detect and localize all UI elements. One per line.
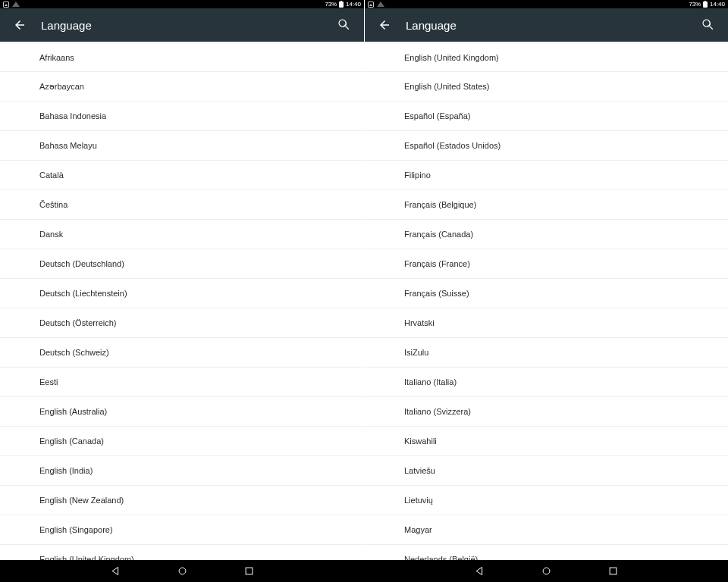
nav-home-button[interactable] xyxy=(175,565,189,578)
app-bar: Language xyxy=(0,8,364,42)
page-title: Language xyxy=(406,19,457,32)
language-item[interactable]: Afrikaans xyxy=(0,42,364,72)
language-item[interactable]: Deutsch (Schweiz) xyxy=(0,338,364,368)
circle-home-icon xyxy=(541,565,552,577)
language-label: Eesti xyxy=(39,377,58,386)
language-item[interactable]: English (India) xyxy=(0,456,364,486)
language-label: English (New Zealand) xyxy=(39,496,124,505)
language-label: Català xyxy=(39,171,64,180)
language-item[interactable]: Català xyxy=(0,161,364,190)
status-clock: 14:40 xyxy=(346,1,361,8)
language-label: Dansk xyxy=(39,230,63,239)
language-item[interactable]: Français (Canada) xyxy=(365,220,728,249)
wifi-icon xyxy=(12,2,20,7)
language-item[interactable]: English (Australia) xyxy=(0,397,364,427)
language-label: Lietuvių xyxy=(404,496,433,505)
screenshot-icon xyxy=(368,2,374,8)
navigation-bar xyxy=(0,560,728,582)
language-label: Nederlands (België) xyxy=(404,555,478,560)
language-label: Español (España) xyxy=(404,111,470,120)
status-clock: 14:40 xyxy=(710,1,725,8)
language-label: Français (Belgique) xyxy=(404,200,476,209)
arrow-back-icon xyxy=(378,18,391,32)
language-label: Azərbaycan xyxy=(39,82,84,92)
language-label: Deutsch (Schweiz) xyxy=(39,348,109,357)
nav-recent-button[interactable] xyxy=(606,565,620,578)
nav-back-button[interactable] xyxy=(108,565,122,578)
language-item[interactable]: Italiano (Italia) xyxy=(365,368,728,397)
language-item[interactable]: Italiano (Svizzera) xyxy=(365,397,728,427)
language-label: Magyar xyxy=(404,525,432,534)
triangle-back-icon xyxy=(474,565,485,577)
pane-left: 73% 14:40 Language AfrikaansAzərbaycanBa… xyxy=(0,0,364,560)
language-item[interactable]: Deutsch (Liechtenstein) xyxy=(0,279,364,308)
language-label: Bahasa Melayu xyxy=(39,141,97,150)
status-bar: 73% 14:40 xyxy=(365,0,728,8)
circle-home-icon xyxy=(177,565,188,577)
language-label: English (Canada) xyxy=(39,436,104,446)
battery-percent: 73% xyxy=(689,1,701,8)
language-item[interactable]: Kiswahili xyxy=(365,427,728,456)
language-label: Français (France) xyxy=(404,259,470,268)
back-button[interactable] xyxy=(11,16,29,34)
language-item[interactable]: Français (France) xyxy=(365,249,728,279)
search-button[interactable] xyxy=(335,16,353,34)
language-item[interactable]: English (United Kingdom) xyxy=(365,42,728,72)
language-item[interactable]: English (United Kingdom) xyxy=(0,545,364,560)
language-list[interactable]: AfrikaansAzərbaycanBahasa IndonesiaBahas… xyxy=(0,42,364,560)
language-item[interactable]: Français (Suisse) xyxy=(365,279,728,308)
app-bar: Language xyxy=(365,8,728,42)
battery-percent: 73% xyxy=(325,1,337,8)
language-item[interactable]: Eesti xyxy=(0,368,364,397)
language-label: Afrikaans xyxy=(39,53,74,62)
language-item[interactable]: Deutsch (Österreich) xyxy=(0,308,364,338)
language-item[interactable]: English (New Zealand) xyxy=(0,486,364,515)
status-bar: 73% 14:40 xyxy=(0,0,364,8)
svg-point-0 xyxy=(179,568,186,574)
language-label: Italiano (Svizzera) xyxy=(404,407,471,416)
language-item[interactable]: Magyar xyxy=(365,515,728,545)
language-item[interactable]: Filipino xyxy=(365,161,728,190)
language-item[interactable]: Hrvatski xyxy=(365,308,728,338)
search-icon xyxy=(337,18,351,32)
language-item[interactable]: Azərbaycan xyxy=(0,72,364,102)
language-label: Français (Canada) xyxy=(404,230,473,239)
language-item[interactable]: Čeština xyxy=(0,190,364,220)
language-label: Kiswahili xyxy=(404,436,437,446)
language-item[interactable]: Bahasa Indonesia xyxy=(0,102,364,131)
svg-rect-1 xyxy=(246,568,253,574)
language-item[interactable]: Latviešu xyxy=(365,456,728,486)
language-label: Deutsch (Deutschland) xyxy=(39,259,124,268)
language-label: Bahasa Indonesia xyxy=(39,111,106,120)
nav-recent-button[interactable] xyxy=(242,565,256,578)
language-item[interactable]: English (Singapore) xyxy=(0,515,364,545)
language-label: English (India) xyxy=(39,466,93,475)
language-label: Español (Estados Unidos) xyxy=(404,141,500,150)
nav-back-button[interactable] xyxy=(472,565,486,578)
pane-right: 73% 14:40 Language English (United Kingd… xyxy=(364,0,728,560)
language-label: Deutsch (Liechtenstein) xyxy=(39,289,127,298)
nav-home-button[interactable] xyxy=(539,565,553,578)
language-item[interactable]: Deutsch (Deutschland) xyxy=(0,249,364,279)
language-item[interactable]: Español (Estados Unidos) xyxy=(365,131,728,161)
language-item[interactable]: English (United States) xyxy=(365,72,728,102)
arrow-back-icon xyxy=(13,18,27,32)
language-item[interactable]: English (Canada) xyxy=(0,427,364,456)
battery-icon xyxy=(703,2,708,8)
language-label: Filipino xyxy=(404,171,431,180)
language-label: English (Australia) xyxy=(39,407,107,416)
language-list[interactable]: English (United Kingdom)English (United … xyxy=(365,42,728,560)
search-button[interactable] xyxy=(699,16,717,34)
language-item[interactable]: Bahasa Melayu xyxy=(0,131,364,161)
language-item[interactable]: Nederlands (België) xyxy=(365,545,728,560)
language-label: English (United Kingdom) xyxy=(39,555,134,560)
language-item[interactable]: Lietuvių xyxy=(365,486,728,515)
language-label: Français (Suisse) xyxy=(404,289,469,298)
language-item[interactable]: Français (Belgique) xyxy=(365,190,728,220)
language-item[interactable]: Dansk xyxy=(0,220,364,249)
wifi-icon xyxy=(377,2,384,7)
language-item[interactable]: Español (España) xyxy=(365,102,728,131)
triangle-back-icon xyxy=(110,565,121,577)
language-item[interactable]: IsiZulu xyxy=(365,338,728,368)
back-button[interactable] xyxy=(375,16,394,34)
